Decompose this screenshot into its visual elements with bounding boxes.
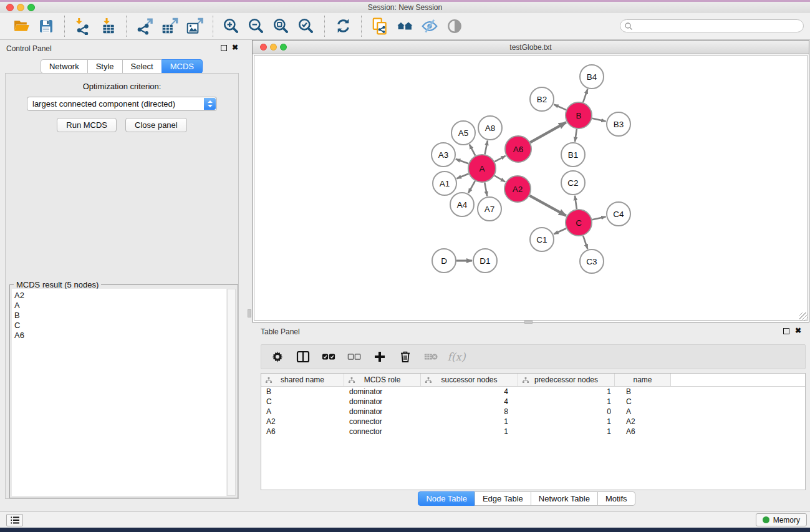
edge-A-A5[interactable] xyxy=(470,145,476,156)
result-list-scrollbar[interactable] xyxy=(227,289,236,496)
show-all-views-icon[interactable] xyxy=(395,17,414,36)
node-D[interactable]: D xyxy=(432,249,456,273)
delete-row-icon[interactable] xyxy=(398,350,412,364)
column-header-MCDS-role[interactable]: MCDS role xyxy=(344,374,421,386)
table-row[interactable]: Bdominator41B xyxy=(261,387,805,397)
node-B2[interactable]: B2 xyxy=(530,87,554,111)
table-settings-icon[interactable] xyxy=(271,350,284,364)
hide-view-icon[interactable] xyxy=(420,17,439,36)
node-C1[interactable]: C1 xyxy=(530,228,554,251)
edge-A2-C[interactable] xyxy=(529,196,566,216)
table-row[interactable]: Adominator80A xyxy=(261,407,805,417)
edge-B-B2[interactable] xyxy=(554,105,566,110)
result-item[interactable]: A xyxy=(14,301,226,311)
close-panel-button[interactable]: Close panel xyxy=(125,118,187,132)
memory-button[interactable]: Memory xyxy=(756,513,807,526)
node-C2[interactable]: C2 xyxy=(561,171,585,195)
criterion-select[interactable]: largest connected component (directed) xyxy=(27,97,217,111)
table-row[interactable]: A2connector11A2 xyxy=(261,417,805,427)
select-all-icon[interactable] xyxy=(322,350,335,364)
node-C4[interactable]: C4 xyxy=(607,202,630,226)
mcds-result-list[interactable]: A2ABCA6 xyxy=(12,289,226,496)
network-window-titlebar[interactable]: testGlobe.txt xyxy=(253,41,809,54)
tab-node-table[interactable]: Node Table xyxy=(418,491,475,506)
column-header-predecessor-nodes[interactable]: predecessor nodes xyxy=(518,374,615,386)
resize-grip-icon[interactable] xyxy=(799,312,808,321)
tab-mcds[interactable]: MCDS xyxy=(162,59,203,74)
tab-network-table[interactable]: Network Table xyxy=(531,491,598,506)
preview-view-icon[interactable] xyxy=(445,17,464,36)
zoom-in-icon[interactable] xyxy=(222,17,241,36)
edge-A-A7[interactable] xyxy=(485,183,487,196)
tab-edge-table[interactable]: Edge Table xyxy=(475,491,531,506)
task-history-button[interactable] xyxy=(6,514,23,526)
result-item[interactable]: A2 xyxy=(14,291,226,301)
open-session-icon[interactable] xyxy=(12,17,31,36)
export-image-icon[interactable] xyxy=(185,17,204,36)
float-table-panel-icon[interactable] xyxy=(783,328,789,334)
zoom-out-icon[interactable] xyxy=(247,17,266,36)
node-A8[interactable]: A8 xyxy=(478,116,502,140)
node-B4[interactable]: B4 xyxy=(580,65,604,89)
result-item[interactable]: A6 xyxy=(14,331,226,341)
result-item[interactable]: C xyxy=(14,321,226,331)
edge-B-B3[interactable] xyxy=(592,118,606,122)
table-row[interactable]: A6connector11A6 xyxy=(261,427,805,437)
tab-network[interactable]: Network xyxy=(41,59,88,74)
node-A[interactable]: A xyxy=(468,155,496,182)
close-table-panel-icon[interactable]: ✖ xyxy=(795,326,801,335)
edge-A-A1[interactable] xyxy=(457,174,469,179)
edge-A6-B[interactable] xyxy=(530,122,566,142)
float-panel-icon[interactable] xyxy=(221,45,227,51)
search-input[interactable] xyxy=(620,19,804,32)
edge-C-C3[interactable] xyxy=(583,236,587,249)
duplicate-network-view-icon[interactable] xyxy=(370,17,389,36)
tab-motifs[interactable]: Motifs xyxy=(597,491,635,506)
edge-C-C4[interactable] xyxy=(592,217,606,220)
edge-C-C1[interactable] xyxy=(554,228,566,234)
apply-function-icon[interactable]: f(x) xyxy=(450,350,463,364)
deselect-all-icon[interactable] xyxy=(347,350,361,364)
edge-A-A8[interactable] xyxy=(485,141,488,155)
vertical-scroll-nub[interactable] xyxy=(248,309,251,317)
node-C[interactable]: C xyxy=(566,210,592,236)
network-canvas[interactable]: B4B2BB3A5A8A6A3B1AA1C2A2A4A7C4CC1C3DD1 xyxy=(254,55,808,321)
node-A1[interactable]: A1 xyxy=(433,172,456,195)
select-stepper-icon[interactable] xyxy=(204,98,216,110)
import-table-icon[interactable] xyxy=(99,17,117,36)
zoom-selected-icon[interactable] xyxy=(297,17,316,36)
node-A7[interactable]: A7 xyxy=(478,197,501,221)
node-A2[interactable]: A2 xyxy=(504,176,531,202)
result-item[interactable]: B xyxy=(14,311,226,321)
node-A4[interactable]: A4 xyxy=(450,193,474,216)
node-D1[interactable]: D1 xyxy=(473,249,497,273)
run-mcds-button[interactable]: Run MCDS xyxy=(57,118,117,132)
table-row[interactable]: Cdominator41C xyxy=(261,397,805,407)
node-table[interactable]: shared nameMCDS rolesuccessor nodesprede… xyxy=(261,373,806,490)
save-session-icon[interactable] xyxy=(37,17,55,36)
edge-A-A4[interactable] xyxy=(468,181,475,193)
tab-select[interactable]: Select xyxy=(122,59,162,74)
edge-A-A3[interactable] xyxy=(456,159,469,163)
node-A5[interactable]: A5 xyxy=(451,121,475,145)
node-A3[interactable]: A3 xyxy=(432,143,455,167)
tab-style[interactable]: Style xyxy=(87,59,123,74)
column-header-successor-nodes[interactable]: successor nodes xyxy=(421,374,518,386)
zoom-fit-icon[interactable] xyxy=(272,17,291,36)
delete-table-icon[interactable] xyxy=(424,350,438,364)
node-B1[interactable]: B1 xyxy=(561,143,585,167)
edge-A-A6[interactable] xyxy=(494,156,505,162)
edge-B-B4[interactable] xyxy=(583,89,587,102)
export-network-icon[interactable] xyxy=(135,17,154,36)
import-network-icon[interactable] xyxy=(74,17,92,36)
node-B[interactable]: B xyxy=(566,102,592,128)
export-table-icon[interactable] xyxy=(160,17,179,36)
column-header-shared-name[interactable]: shared name xyxy=(261,374,344,386)
node-C3[interactable]: C3 xyxy=(580,249,604,273)
network-graph[interactable]: B4B2BB3A5A8A6A3B1AA1C2A2A4A7C4CC1C3DD1 xyxy=(254,56,807,320)
node-A6[interactable]: A6 xyxy=(505,136,531,162)
edge-A-A2[interactable] xyxy=(494,176,505,182)
add-row-icon[interactable] xyxy=(373,350,387,364)
edge-C-C2[interactable] xyxy=(575,196,577,209)
show-columns-icon[interactable] xyxy=(296,350,310,364)
